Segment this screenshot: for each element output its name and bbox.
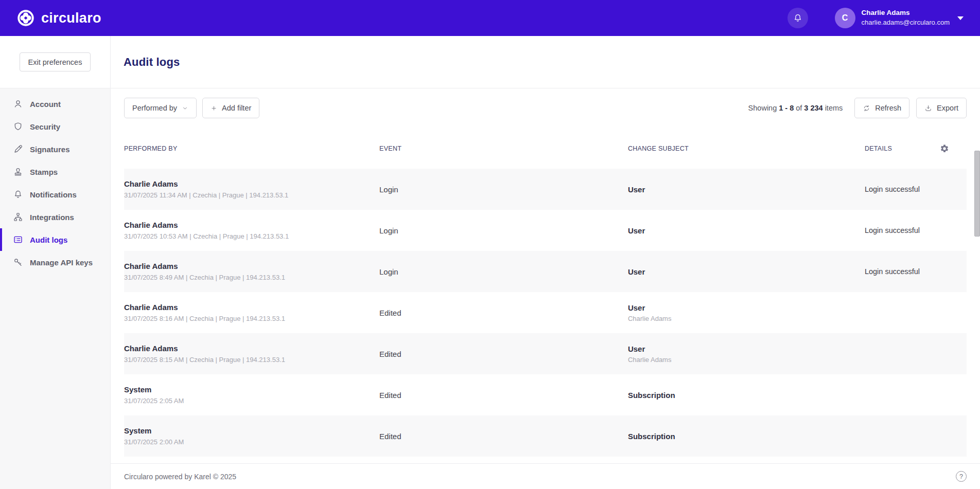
sidebar-item-label: Notifications [30,190,77,199]
add-filter-button[interactable]: Add filter [202,98,259,118]
user-menu[interactable]: C Charlie Adams charlie.adams@circularo.… [835,8,964,28]
footer-copyright: Circularo powered by Karel © 2025 [124,473,236,481]
notifications-button[interactable] [787,8,808,28]
add-filter-label: Add filter [222,104,251,112]
user-email: charlie.adams@circularo.com [862,18,950,27]
pen-icon [13,144,23,154]
sitemap-icon [13,212,23,222]
event-cell: Login [379,185,628,194]
sidebar-item-label: Account [30,100,61,108]
chevron-down-icon [182,105,188,112]
column-header-performed-by: PERFORMED BY [124,145,379,152]
page-footer: Circularo powered by Karel © 2025 ? [111,463,980,489]
column-header-change-subject: CHANGE SUBJECT [628,145,865,152]
subject-cell: User [628,303,865,312]
subject-cell: User [628,345,865,353]
performer-name: Charlie Adams [124,179,379,188]
page-header: Audit logs [111,36,980,88]
performer-name: Charlie Adams [124,303,379,312]
details-cell: Login successful [865,267,967,276]
sidebar-item-label: Manage API keys [30,258,93,267]
subject-cell: User [628,226,865,235]
table-settings-button[interactable] [940,144,949,153]
sidebar-item-stamps[interactable]: Stamps [0,160,110,183]
audit-toolbar: Performed by Add filter Showing [124,98,967,118]
help-icon[interactable]: ? [956,471,967,482]
page-title: Audit logs [124,56,180,69]
performer-meta: 31/07/2025 8:49 AM | Czechia | Prague | … [124,274,379,281]
export-label: Export [937,104,958,112]
showing-count: Showing 1 - 8 of 3 234 items [748,104,843,112]
table-row[interactable]: System 31/07/2025 2:05 AM Edited Subscri… [124,374,967,415]
refresh-button[interactable]: Refresh [854,98,909,118]
table-row[interactable]: Charlie Adams 31/07/2025 8:16 AM | Czech… [124,292,967,333]
audit-list-icon [13,234,23,245]
brand-name: circularo [41,10,101,26]
subject-cell: User [628,185,865,194]
sidebar-item-account[interactable]: Account [0,93,110,115]
user-icon [13,99,23,109]
circularo-logo-icon [17,9,34,27]
event-cell: Edited [379,432,628,441]
performer-name: Charlie Adams [124,344,379,353]
key-icon [13,257,23,267]
performer-name: Charlie Adams [124,262,379,270]
gear-icon [940,144,949,153]
performer-meta: 31/07/2025 8:16 AM | Czechia | Prague | … [124,315,379,322]
column-header-event: EVENT [379,145,628,152]
table-row[interactable]: System 31/07/2025 2:00 AM Edited Subscri… [124,415,967,457]
performer-meta: 31/07/2025 11:34 AM | Czechia | Prague |… [124,191,379,199]
table-row[interactable]: Charlie Adams 31/07/2025 10:53 AM | Czec… [124,210,967,251]
performer-meta: 31/07/2025 10:53 AM | Czechia | Prague |… [124,232,379,240]
refresh-label: Refresh [875,104,901,112]
subject-cell: User [628,267,865,276]
sidebar-item-manage-api-keys[interactable]: Manage API keys [0,251,110,274]
event-cell: Edited [379,309,628,317]
performed-by-filter-dropdown[interactable]: Performed by [124,98,197,118]
event-cell: Edited [379,350,628,358]
sidebar-item-integrations[interactable]: Integrations [0,206,110,228]
details-cell: Login successful [865,226,967,234]
performer-name: Charlie Adams [124,221,379,229]
bell-icon [13,189,23,200]
subject-sub: Charlie Adams [628,356,865,364]
subject-sub: Charlie Adams [628,315,865,322]
brand-logo[interactable]: circularo [17,9,101,27]
sidebar-item-audit-logs[interactable]: Audit logs [0,228,110,251]
subject-cell: Subscription [628,391,865,400]
performer-meta: 31/07/2025 2:00 AM [124,438,379,446]
details-cell: Login successful [865,185,967,193]
sidebar-menu: Account Security Signatures [0,88,110,274]
exit-preferences-button[interactable]: Exit preferences [20,52,91,71]
table-row[interactable]: Charlie Adams 31/07/2025 11:34 AM | Czec… [124,169,967,210]
export-button[interactable]: Export [916,98,967,118]
sidebar-item-label: Stamps [30,168,58,176]
plus-icon [211,105,217,112]
performer-meta: 31/07/2025 8:15 AM | Czechia | Prague | … [124,356,379,364]
bell-icon [793,13,803,23]
performer-name: System [124,385,379,394]
sidebar-item-label: Integrations [30,213,74,222]
event-cell: Edited [379,391,628,400]
sidebar-item-signatures[interactable]: Signatures [0,138,110,160]
sidebar-item-notifications[interactable]: Notifications [0,183,110,206]
column-header-details: DETAILS [865,145,892,152]
table-row[interactable]: Charlie Adams 31/07/2025 8:49 AM | Czech… [124,251,967,292]
performer-meta: 31/07/2025 2:05 AM [124,397,379,405]
sidebar-item-label: Signatures [30,145,70,154]
subject-cell: Subscription [628,432,865,441]
user-name: Charlie Adams [862,8,950,18]
performer-name: System [124,426,379,435]
caret-down-icon [957,16,964,20]
performed-by-label: Performed by [132,104,177,112]
vertical-scrollbar-thumb[interactable] [974,151,980,237]
top-navbar: circularo C Charlie Adams charlie.adams@… [0,0,980,36]
table-row[interactable]: Charlie Adams 31/07/2025 8:15 AM | Czech… [124,333,967,374]
sidebar-item-security[interactable]: Security [0,115,110,138]
refresh-icon [863,104,870,112]
sidebar-item-label: Audit logs [30,236,67,244]
shield-icon [13,121,23,132]
sidebar-item-label: Security [30,122,60,131]
download-icon [924,104,932,112]
stamp-icon [13,167,23,177]
